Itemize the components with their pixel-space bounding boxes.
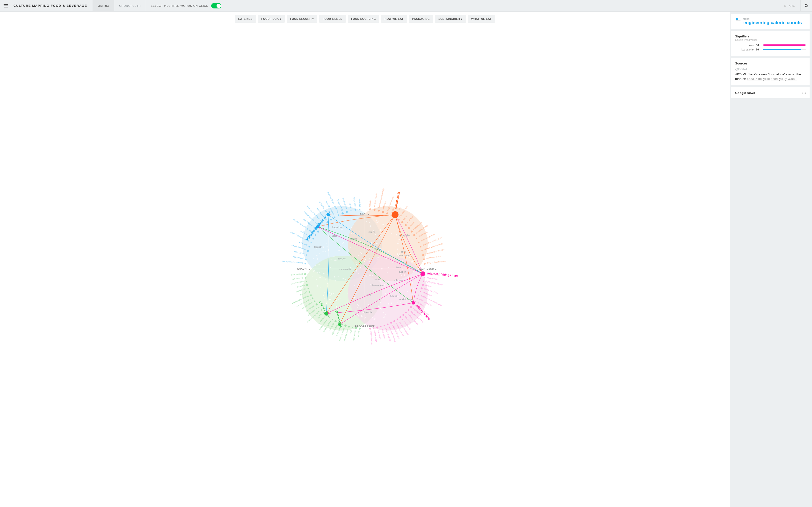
- search-button[interactable]: [800, 0, 812, 11]
- svg-text:finger lickin': finger lickin': [353, 197, 357, 208]
- svg-point-264: [408, 277, 409, 278]
- svg-point-125: [377, 259, 378, 260]
- svg-point-366: [410, 306, 412, 308]
- source-link-1[interactable]: t.co/RZktcLyHkI: [747, 77, 770, 80]
- svg-point-211: [380, 229, 382, 231]
- svg-point-247: [358, 284, 359, 285]
- svg-point-190: [329, 267, 331, 268]
- svg-point-255: [335, 277, 336, 278]
- signifier-value: 56: [756, 44, 761, 47]
- svg-text:nursing: nursing: [357, 331, 360, 337]
- matrix-svg[interactable]: banning plastic americasblack basedratio…: [247, 168, 483, 365]
- svg-point-50: [413, 288, 414, 289]
- share-button[interactable]: SHARE: [779, 0, 801, 11]
- svg-point-479: [804, 91, 805, 92]
- chip-sustainability[interactable]: SUSTAINABILITY: [435, 15, 466, 23]
- tab-choropleth[interactable]: CHOROPLETH: [114, 0, 146, 11]
- svg-point-210: [354, 306, 355, 306]
- svg-point-127: [357, 286, 358, 287]
- svg-point-272: [307, 250, 309, 252]
- svg-point-7: [325, 302, 327, 304]
- chip-how-we-eat[interactable]: HOW WE EAT: [381, 15, 407, 23]
- svg-point-70: [412, 282, 413, 284]
- svg-point-40: [379, 237, 380, 239]
- svg-point-107: [401, 275, 402, 276]
- signifiers-card: Signifiers Google Trend values avo 56 lo…: [731, 31, 810, 56]
- svg-point-74: [383, 234, 384, 234]
- matrix-visualization[interactable]: banning plastic americasblack basedratio…: [0, 26, 730, 507]
- hamburger-menu-button[interactable]: [0, 3, 12, 8]
- svg-point-223: [345, 279, 346, 280]
- header: CULTURE MAPPING FOOD & BEVERAGE MATRIX C…: [0, 0, 812, 12]
- svg-point-288: [326, 221, 328, 223]
- chip-eateries[interactable]: EATERIES: [235, 15, 256, 23]
- source-link-2[interactable]: t.co/Hyu8gGCspF: [771, 77, 797, 80]
- svg-point-248: [359, 231, 360, 232]
- sidebar-kebab-icon[interactable]: ⋮: [730, 108, 732, 113]
- svg-point-240: [355, 218, 356, 218]
- svg-point-48: [357, 264, 358, 265]
- svg-point-12: [398, 255, 399, 256]
- svg-point-62: [353, 232, 354, 233]
- svg-text:keto diet: keto diet: [369, 199, 372, 207]
- svg-point-310: [378, 210, 379, 212]
- svg-point-338: [421, 250, 423, 251]
- svg-point-183: [332, 270, 333, 271]
- google-news-card[interactable]: Google News: [731, 87, 810, 98]
- svg-point-104: [358, 305, 360, 306]
- svg-point-31: [397, 302, 398, 303]
- svg-point-51: [411, 279, 411, 279]
- svg-point-168: [331, 293, 332, 294]
- grid-drag-icon[interactable]: [802, 91, 806, 95]
- svg-point-5: [348, 256, 428, 331]
- svg-point-112: [370, 226, 371, 227]
- chip-packaging[interactable]: PACKAGING: [409, 15, 433, 23]
- svg-point-61: [357, 314, 358, 315]
- chip-food-policy[interactable]: FOOD POLICY: [258, 15, 285, 23]
- svg-point-328: [411, 231, 412, 232]
- svg-text:capitalist scoff: capitalist scoff: [399, 298, 413, 300]
- chip-food-skills[interactable]: FOOD SKILLS: [319, 15, 346, 23]
- tab-matrix[interactable]: MATRIX: [93, 0, 114, 11]
- svg-point-138: [349, 265, 349, 266]
- svg-point-481: [803, 92, 803, 93]
- svg-point-348: [424, 277, 424, 278]
- trend-card: trend engineering calorie counts: [731, 14, 810, 29]
- svg-point-392: [369, 328, 371, 330]
- svg-point-72: [323, 294, 324, 296]
- signifier-row: low calorie 50: [735, 48, 806, 51]
- svg-point-182: [354, 285, 355, 287]
- sidebar: ⋮ trend engineering calorie counts Signi…: [730, 12, 812, 507]
- node-label-internet-of-things-hype[interactable]: internet of things hype: [427, 272, 459, 278]
- svg-point-432: [308, 288, 309, 289]
- svg-text:black based: black based: [293, 256, 304, 260]
- chip-what-we-eat[interactable]: WHAT WE EAT: [468, 15, 495, 23]
- svg-text:gadgets: gadgets: [338, 258, 346, 260]
- svg-point-290: [330, 219, 332, 221]
- trend-header: trend engineering calorie counts: [735, 17, 806, 25]
- svg-point-34: [338, 250, 340, 251]
- svg-point-274: [309, 246, 310, 247]
- svg-point-233: [361, 315, 362, 316]
- svg-point-485: [804, 93, 805, 94]
- svg-point-140: [366, 221, 367, 222]
- svg-point-372: [402, 314, 404, 316]
- svg-point-253: [325, 279, 325, 280]
- svg-text:magic beans: magic beans: [426, 276, 438, 280]
- chip-food-sourcing[interactable]: FOOD SOURCING: [348, 15, 379, 23]
- svg-point-312: [382, 211, 384, 213]
- source-handle: @food24: [735, 68, 806, 71]
- chip-food-security[interactable]: FOOD SECURITY: [287, 15, 317, 23]
- body: EATERIESFOOD POLICYFOOD SECURITYFOOD SKI…: [0, 12, 812, 507]
- svg-text:shitty: shitty: [401, 250, 406, 253]
- svg-point-480: [805, 91, 806, 92]
- svg-point-234: [323, 273, 324, 274]
- svg-point-43: [368, 258, 369, 259]
- svg-point-362: [415, 301, 416, 302]
- signifier-bar: [763, 49, 806, 50]
- svg-point-208: [373, 319, 374, 320]
- svg-point-193: [383, 298, 384, 299]
- svg-point-55: [370, 258, 372, 260]
- svg-point-30: [383, 312, 384, 314]
- multi-select-toggle[interactable]: [211, 3, 221, 8]
